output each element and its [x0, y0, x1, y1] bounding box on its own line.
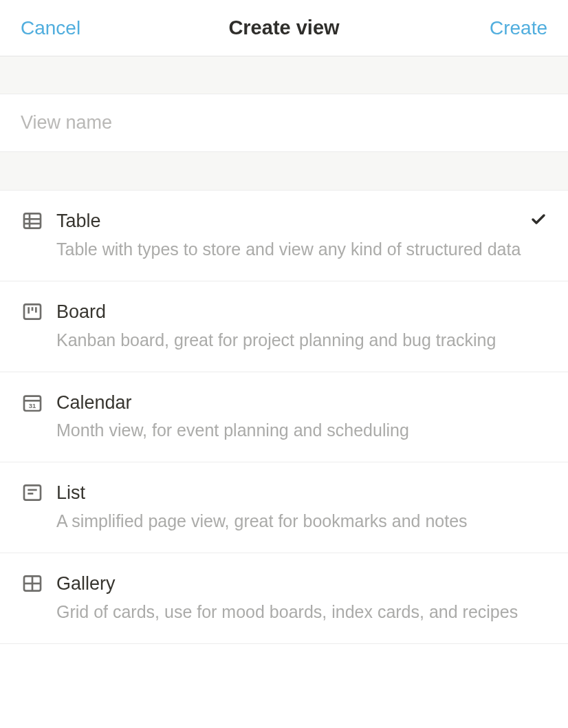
create-button[interactable]: Create [490, 17, 547, 39]
option-title: List [56, 482, 547, 505]
option-title: Table [56, 210, 547, 233]
modal-header: Cancel Create view Create [0, 0, 568, 56]
view-option-table[interactable]: Table Table with types to store and view… [0, 191, 568, 281]
section-spacer [0, 56, 568, 94]
section-spacer [0, 152, 568, 191]
board-icon [21, 301, 44, 323]
option-title: Calendar [56, 392, 547, 415]
table-icon [21, 210, 44, 232]
view-option-board[interactable]: Board Kanban board, great for project pl… [0, 281, 568, 372]
modal-title: Create view [228, 17, 339, 39]
view-name-input[interactable] [21, 112, 547, 133]
view-option-gallery[interactable]: Gallery Grid of cards, use for mood boar… [0, 553, 568, 644]
svg-text:31: 31 [29, 403, 36, 409]
svg-rect-0 [24, 213, 41, 228]
calendar-icon: 31 [21, 392, 44, 414]
option-description: A simplified page view, great for bookma… [56, 509, 547, 533]
option-title: Gallery [56, 572, 547, 596]
option-title: Board [56, 301, 547, 324]
view-option-list[interactable]: List A simplified page view, great for b… [0, 462, 568, 553]
option-description: Grid of cards, use for mood boards, inde… [56, 600, 547, 624]
checkmark-icon [528, 211, 549, 228]
gallery-icon [21, 572, 44, 595]
svg-rect-4 [24, 304, 41, 319]
view-name-row [0, 94, 568, 152]
cancel-button[interactable]: Cancel [21, 17, 80, 39]
list-icon [21, 482, 44, 504]
option-description: Month view, for event planning and sched… [56, 418, 547, 442]
option-description: Kanban board, great for project planning… [56, 328, 547, 352]
view-option-calendar[interactable]: 31 Calendar Month view, for event planni… [0, 372, 568, 463]
option-description: Table with types to store and view any k… [56, 237, 547, 261]
